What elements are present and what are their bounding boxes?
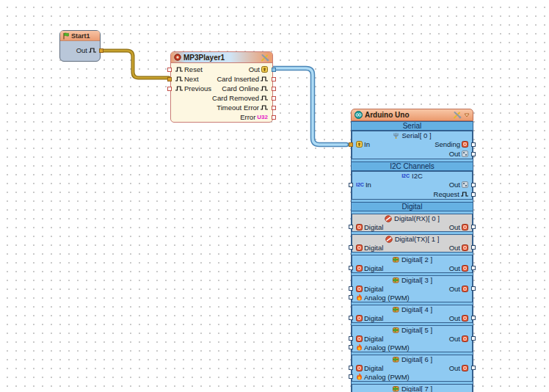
wrench-icon[interactable] [261,54,269,62]
digital4-title: Digital[ 4 ] [401,305,432,313]
pin-digital-3-pwm[interactable] [349,295,353,300]
binary-data-icon [462,150,468,157]
digital-channel-7: Digital[ 7 ] [352,384,473,392]
pin-arduino-i2c-request[interactable] [471,192,476,197]
start-block[interactable]: Start1 Out [59,30,101,62]
pin-mp3-next[interactable] [167,77,172,81]
serial-channel-0: Serial[ 0 ] In Sending Ou [352,131,473,159]
pin-digital-6-pwm[interactable] [349,374,353,379]
mp3-out-label: Out [249,65,260,73]
pulse-icon [461,192,468,197]
pin-start-out[interactable] [99,48,103,53]
digital1-title: Digital(TX)[ 1 ] [395,235,440,243]
pin-digital-5-out[interactable] [471,336,476,341]
arduino-uno-block[interactable]: Arduino Uno Serial Serial[ 0 ] In [351,109,473,392]
flame-icon [356,294,363,301]
digital4-out-label: Out [449,314,460,322]
digital-channel-2: Digital[ 2 ] Digital Out [352,255,473,273]
visuino-canvas[interactable]: Start1 Out MP3Player1 Reset [0,0,549,392]
pin-mp3-card-inserted[interactable] [272,77,276,81]
pin-digital-1[interactable] [349,245,353,250]
pin-digital-5-pwm[interactable] [349,345,353,349]
pin-arduino-i2c-in[interactable] [349,183,353,187]
no-entry-icon [385,215,392,222]
wrench-icon[interactable] [453,111,462,119]
u32-type-badge: U32 [257,114,268,120]
pin-digital-3-out[interactable] [471,286,476,291]
wire-mp3-out-to-arduino-serial-in[interactable] [272,68,346,145]
digital-value-icon [462,141,468,148]
pin-digital-2-out[interactable] [471,266,476,270]
digital5-out-label: Out [449,335,460,343]
digital2-row: Digital Out [352,264,472,272]
channel-box-icon [392,356,399,363]
pin-arduino-serial-in[interactable] [349,142,353,147]
pin-digital-1-out[interactable] [471,245,476,250]
digital-value-icon [356,265,363,272]
digital-value-icon [356,224,363,231]
mp3-error-label: Error [240,113,255,121]
digital-value-icon [462,224,468,231]
pin-mp3-timeout-error[interactable] [272,106,276,110]
digital0-title: Digital(RX)[ 0 ] [394,214,440,222]
dropdown-arrow-icon[interactable] [464,113,470,117]
mp3-row-timeouterror: Timeout Error [171,103,272,112]
mp3-previous-label: Previous [184,84,211,92]
pin-digital-4-out[interactable] [471,316,476,320]
pin-mp3-card-online[interactable] [272,87,276,91]
digital0-left-label: Digital [364,223,383,231]
i2c-icon: I2C [401,173,410,178]
pin-mp3-card-removed[interactable] [272,96,276,101]
digital5-pwm-label: Analog (PWM) [364,344,410,352]
pin-digital-0-out[interactable] [471,225,476,229]
digital-value-icon [356,286,363,292]
pin-digital-5[interactable] [349,336,353,341]
i2c-request-label: Request [434,190,459,198]
channel-box-icon [392,385,399,392]
mp3player-block[interactable]: MP3Player1 Reset Out Next [170,51,273,123]
arduino-title: Arduino Uno [365,111,410,119]
pin-digital-6-out[interactable] [471,366,476,370]
pin-arduino-serial-out[interactable] [471,152,476,156]
digital-channel-5: Digital[ 5 ] Digital Out [352,325,473,352]
wire-start-out-to-mp3-next[interactable] [101,51,169,78]
serial-type-icon [356,141,363,148]
digital-channel-3: Digital[ 3 ] Digital Out [352,275,473,302]
pin-digital-6[interactable] [349,366,353,370]
pin-mp3-out[interactable] [272,68,276,72]
mp3player-header: MP3Player1 [171,52,272,63]
pin-mp3-previous[interactable] [167,87,172,91]
pin-mp3-error[interactable] [272,115,276,120]
pin-arduino-serial-sending[interactable] [471,142,476,147]
digital3-pwm-label: Analog (PWM) [364,294,410,302]
pulse-icon [89,48,96,53]
pin-digital-0[interactable] [349,225,353,229]
digital-value-icon [462,244,468,251]
channel-box-icon [392,327,399,333]
mp3-cardinserted-label: Card Inserted [217,75,259,83]
pin-mp3-reset[interactable] [167,68,172,72]
pin-arduino-i2c-out[interactable] [471,183,476,187]
digital-value-icon [356,244,363,251]
pin-digital-3[interactable] [349,286,353,291]
arduino-header: Arduino Uno [351,109,473,121]
digital-channel-6: Digital[ 6 ] Digital Out [352,355,473,382]
section-serial: Serial [352,121,473,131]
mp3-row-next-cardinserted: Next Card Inserted [171,74,272,84]
start-out-label: Out [76,46,87,54]
start-block-title: Start1 [71,32,90,40]
channel-box-icon [392,306,399,313]
serial0-row-out: Out [352,149,472,159]
pulse-icon [261,76,268,81]
digital5-title: Digital[ 5 ] [401,326,432,334]
digital-value-icon [462,265,468,272]
no-entry-icon [385,236,393,243]
pin-digital-4[interactable] [349,316,353,320]
pulse-icon [175,76,183,81]
serial0-in-label: In [364,140,370,148]
pulse-icon [261,105,268,110]
pin-digital-2[interactable] [349,266,353,270]
digital6-out-label: Out [449,364,460,372]
pulse-icon [261,86,268,91]
mp3player-title: MP3Player1 [183,54,225,62]
